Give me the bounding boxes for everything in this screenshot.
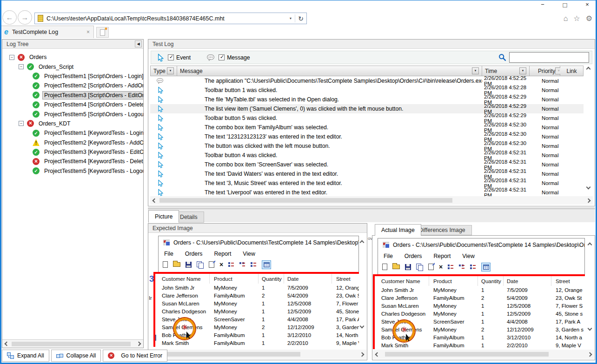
log-row[interactable]: The combo box item 'ScreenSaver' was sel…	[150, 160, 584, 169]
scroll-right-icon[interactable]	[360, 352, 365, 357]
message-checkbox[interactable]	[219, 54, 225, 60]
refresh-button[interactable]: ↻	[295, 15, 306, 22]
scroll-right-icon[interactable]	[137, 342, 141, 346]
expand-all-button[interactable]: Expand All	[2, 350, 49, 362]
message-filter-dropdown-icon[interactable]: ▼	[472, 67, 479, 74]
grid-cell: 1	[478, 311, 504, 317]
picture-horizontal-scrollbar[interactable]	[373, 350, 594, 359]
close-button[interactable]: ×	[583, 1, 591, 9]
log-row[interactable]: The text '123123123123' was entered in t…	[150, 132, 584, 141]
forward-button[interactable]: →	[18, 10, 32, 25]
home-icon[interactable]: ⌂	[564, 13, 568, 24]
log-row[interactable]: Toolbar button 1 was clicked.2/26/2018 4…	[150, 86, 584, 95]
go-to-next-error-button[interactable]: Go to Next Error	[103, 350, 167, 362]
grid-cell: FamilyAlbum	[210, 293, 259, 298]
scrollbar-thumb[interactable]	[159, 198, 452, 203]
log-message: The combo box item 'ScreenSaver' was sel…	[205, 161, 482, 168]
tree-item[interactable]: ProjectTestItem3 [KeywordTests - EditOrd…	[2, 147, 143, 157]
collapse-toggle-icon[interactable]	[19, 121, 24, 126]
event-checkbox[interactable]	[168, 54, 174, 60]
picture-horizontal-scrollbar[interactable]	[149, 350, 366, 359]
type-filter-dropdown-icon[interactable]: ▼	[167, 67, 174, 74]
log-horizontal-scrollbar[interactable]	[150, 196, 593, 205]
log-table-header: Type▼ Message▼ Time▼ Priority▼ Link	[150, 66, 584, 76]
tree-item-label: ProjectTestItem4 [Script\Orders - Delete…	[43, 101, 143, 108]
minimize-button[interactable]: −	[538, 1, 547, 9]
address-bar[interactable]: ▼ ↻	[34, 13, 307, 24]
save-icon	[186, 262, 192, 268]
scroll-up-icon[interactable]	[360, 240, 365, 245]
new-tab-button[interactable]	[96, 27, 109, 38]
tree-item[interactable]: ProjectTestItem2 [Script\Orders - AddOrd…	[2, 81, 143, 90]
search-input[interactable]	[509, 52, 589, 63]
collapse-all-button[interactable]: Collapse All	[51, 350, 101, 362]
scroll-right-icon[interactable]	[588, 352, 592, 357]
list-view-icon	[251, 262, 257, 267]
panel-collapse-button[interactable]: ◀	[135, 40, 142, 47]
collapse-toggle-icon[interactable]	[19, 64, 24, 69]
grid-row: Susan McLarenMyMoney112/5/20087, Flower …	[375, 302, 585, 310]
grid-cell: 3, Garden s	[551, 327, 585, 332]
scroll-down-icon[interactable]	[360, 324, 365, 329]
tree-item[interactable]: ProjectTestItem5 [KeywordTests - Logout]	[2, 166, 143, 176]
grid-cell: 1	[259, 332, 284, 338]
log-row[interactable]: The button was clicked with the left mou…	[150, 141, 584, 151]
grid-cell: 3, Garden s	[332, 324, 359, 330]
tree-item[interactable]: ProjectTestItem4 [KeywordTests - DeleteO…	[2, 157, 143, 166]
address-input[interactable]	[46, 15, 286, 22]
tree-item[interactable]: Orders_KDT	[2, 119, 143, 128]
log-row[interactable]: The text '3, Music Street' was entered i…	[150, 179, 584, 188]
log-row[interactable]: The combo box item 'FamilyAlbum' was sel…	[150, 123, 584, 132]
tree-horizontal-scrollbar[interactable]	[2, 339, 143, 348]
scroll-up-icon[interactable]	[588, 243, 592, 247]
scroll-left-icon[interactable]	[153, 198, 157, 203]
settings-gear-icon[interactable]: ⚙	[586, 13, 592, 24]
tab-testcomplete-log[interactable]: e TestComplete Log ×	[0, 26, 94, 38]
scrollbar-thumb[interactable]	[385, 352, 549, 357]
tree-item-selected[interactable]: ProjectTestItem3 [Script\Orders - EditOr…	[2, 91, 143, 100]
scroll-up-icon[interactable]	[586, 67, 591, 72]
tree-item[interactable]: ProjectTestItem1 [Script\Orders - Login]	[2, 72, 143, 81]
delete-icon: ×	[439, 264, 443, 270]
time-filter-dropdown-icon[interactable]: ▼	[519, 67, 526, 74]
tree-item[interactable]: Orders_Script	[2, 62, 143, 71]
properties-icon	[428, 264, 434, 270]
tree-item[interactable]: ProjectTestItem2 [KeywordTests - AddOrde…	[2, 138, 143, 147]
tab-differences-image[interactable]: Differences Image	[412, 225, 472, 235]
grid-cell: 12/12/2009	[284, 324, 332, 330]
back-button[interactable]: ←	[2, 10, 17, 25]
event-icon	[156, 124, 164, 131]
log-vertical-scrollbar[interactable]	[584, 66, 593, 197]
scroll-left-icon[interactable]	[5, 342, 9, 346]
address-dropdown-icon[interactable]: ▼	[286, 17, 295, 20]
grid-column-label: Customer Name	[375, 276, 429, 286]
tree-item[interactable]: Orders	[2, 53, 143, 62]
maximize-button[interactable]: □	[561, 1, 569, 9]
log-row[interactable]: Toolbar button 4 was clicked.2/26/2018 4…	[150, 151, 584, 160]
tree-item[interactable]: ProjectTestItem4 [Script\Orders - Delete…	[2, 100, 143, 109]
column-label: Link	[566, 68, 577, 74]
collapse-toggle-icon[interactable]	[9, 55, 14, 60]
detail-tab-strip: Picture Details	[148, 209, 595, 222]
log-row[interactable]: The text 'David Waters' was entered in t…	[150, 169, 584, 179]
scrollbar-thumb[interactable]	[161, 352, 300, 357]
favorites-star-icon[interactable]: ☆	[573, 13, 580, 24]
log-message: The text 'David Waters' was entered in t…	[205, 171, 482, 177]
tree-item[interactable]: ProjectTestItem1 [KeywordTests - Login]	[2, 128, 143, 138]
button-label: Expand All	[17, 352, 44, 359]
event-icon	[156, 53, 164, 62]
tab-picture[interactable]: Picture	[148, 210, 179, 223]
scroll-right-icon[interactable]	[586, 198, 591, 203]
log-row-highlighted[interactable]: The list view item ('Samuel Clemens', 0)…	[150, 104, 584, 113]
scroll-left-icon[interactable]	[375, 352, 380, 357]
scroll-down-icon[interactable]	[588, 326, 592, 331]
log-row[interactable]: The text 'Liverpool' was entered in the …	[150, 188, 584, 197]
log-row[interactable]: The application "C:\Users\Public\Documen…	[150, 76, 584, 86]
scroll-down-icon[interactable]	[586, 185, 591, 190]
scrollbar-thumb[interactable]	[12, 342, 131, 346]
tab-actual-image[interactable]: Actual Image	[375, 224, 421, 236]
tab-close-icon[interactable]: ×	[86, 29, 90, 35]
log-row[interactable]: The file 'MyTable.tbl' was selected in t…	[150, 95, 584, 104]
tree-item[interactable]: ProjectTestItem5 [Script\Orders - Logout…	[2, 109, 143, 119]
log-row[interactable]: Toolbar button 5 was clicked.2/26/2018 4…	[150, 113, 584, 123]
